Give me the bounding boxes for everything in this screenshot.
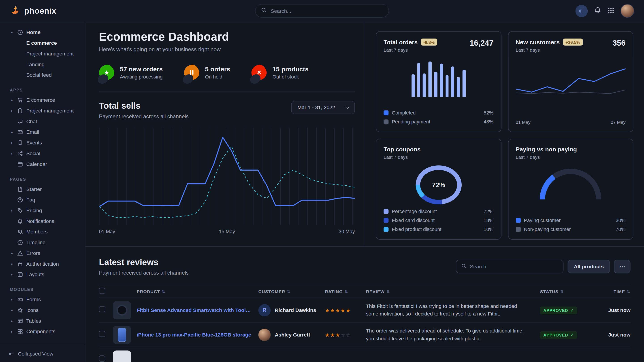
latest-reviews-section: Latest reviews Payment received across a… (86, 247, 644, 362)
notifications-button[interactable] (594, 6, 601, 15)
reviews-search-input[interactable] (470, 264, 558, 269)
collapse-icon: ⇤ (9, 350, 14, 357)
column-header-status[interactable]: STATUS⇅ (540, 289, 596, 294)
sidebar-item-tables[interactable]: ▸ Tables (0, 316, 85, 326)
sort-icon: ⇅ (560, 289, 564, 294)
sidebar-item-chat[interactable]: Chat (0, 116, 85, 127)
all-products-button[interactable]: All products (568, 260, 610, 274)
sidebar-item-starter[interactable]: Starter (0, 184, 85, 195)
column-header-review[interactable]: REVIEW⇅ (366, 289, 540, 294)
new-customers-value: 356 (612, 39, 626, 48)
legend-pending-payment: Pending payment 48% (384, 119, 494, 125)
total-sells-subtitle: Payment received across all channels (99, 113, 189, 120)
total-orders-badge: -6.8% (421, 39, 437, 46)
sidebar-item-errors[interactable]: ▸ Errors (0, 248, 85, 259)
sidebar-item-home[interactable]: ▾ Home (0, 27, 85, 38)
search-input[interactable] (271, 8, 383, 14)
app-viewport: phoenix ☾ ▾ Home E comme (0, 0, 644, 362)
product-thumbnail-smartwatch[interactable] (113, 301, 131, 319)
row-checkbox[interactable] (99, 331, 105, 337)
sidebar-item-icons[interactable]: ▸ Icons (0, 305, 85, 316)
components-icon (17, 329, 23, 335)
total-sells-x-axis: 01 May 15 May 30 May (99, 229, 355, 234)
more-options-button[interactable]: ⋯ (614, 260, 630, 274)
table-header-row: PRODUCT⇅ CUSTOMER⇅ RATING⇅ REVIEW⇅ STATU… (99, 285, 630, 298)
users-icon (17, 229, 23, 235)
table-row: iPhone 13 pro max-Pacific Blue-128GB sto… (99, 323, 630, 347)
sidebar-item-social-feed[interactable]: Social feed (0, 70, 85, 80)
caret-right-icon: ▸ (10, 151, 14, 155)
sidebar-item-components[interactable]: ▸ Components (0, 326, 85, 337)
product-thumbnail[interactable] (113, 350, 131, 362)
brand-logo[interactable]: phoenix (10, 5, 56, 17)
sort-icon: ⇅ (386, 289, 390, 294)
stat-on-hold: 5 orders On hold (184, 65, 230, 80)
question-icon (17, 197, 23, 203)
sidebar-item-faq[interactable]: Faq (0, 195, 85, 205)
page-subtitle: Here's what's going on at your business … (99, 46, 355, 52)
sidebar-item-calendar[interactable]: Calendar (0, 159, 85, 169)
select-all-checkbox[interactable] (99, 288, 105, 294)
column-header-time[interactable]: TIME⇅ (596, 289, 630, 294)
sidebar-item-notifications[interactable]: Notifications (0, 216, 85, 227)
bookmark-icon (17, 140, 23, 146)
sidebar-item-members[interactable]: Members (0, 227, 85, 237)
star-filled-icon: ★ (330, 332, 335, 338)
sidebar-item-authentication[interactable]: ▸ Authentication (0, 259, 85, 269)
star-filled-icon: ★ (325, 332, 330, 338)
caret-right-icon: ▸ (10, 208, 14, 212)
stat-out-of-stock: × 15 products Out of stock (252, 65, 308, 80)
sidebar-item-ecommerce[interactable]: ▸ E commerce (0, 95, 85, 105)
column-header-customer[interactable]: CUSTOMER⇅ (258, 289, 325, 294)
bell-icon (17, 218, 23, 224)
star-filled-icon: ★ (325, 307, 330, 314)
apps-grid-button[interactable] (608, 7, 614, 15)
form-input-icon (17, 297, 23, 303)
bell-icon (594, 6, 601, 15)
date-range-select[interactable]: Mar 1 - 31, 2022 (291, 101, 355, 114)
search-icon (461, 263, 466, 270)
legend-paying-customer: Paying customer 30% (516, 218, 626, 223)
table-row-partial (99, 347, 630, 362)
row-checkbox[interactable] (99, 356, 105, 362)
stat-new-orders: ★ 57 new orders Awating processing (99, 65, 163, 80)
column-header-product[interactable]: PRODUCT⇅ (137, 289, 258, 294)
sidebar-item-project-management-dashboard[interactable]: Project management (0, 48, 85, 59)
user-avatar[interactable] (620, 4, 634, 18)
clipboard-icon (17, 108, 23, 114)
reviews-search[interactable] (456, 260, 564, 274)
product-link[interactable]: iPhone 13 pro max-Pacific Blue-128GB sto… (137, 332, 258, 338)
calendar-icon (17, 161, 23, 167)
sidebar-item-forms[interactable]: ▸ Forms (0, 294, 85, 305)
star-filled-icon: ★ (330, 307, 335, 314)
sidebar-item-email[interactable]: ▸ Email (0, 127, 85, 137)
sidebar-item-pricing[interactable]: ▸ Pricing (0, 205, 85, 216)
product-link[interactable]: Fitbit Sense Advanced Smartwatch with To… (137, 307, 258, 313)
sort-icon: ⇅ (287, 289, 291, 294)
page-title: Ecommerce Dashboard (99, 30, 355, 44)
collapsed-view-toggle[interactable]: ⇤ Collapsed View (0, 345, 85, 362)
sidebar-section-modules: MODULES (0, 280, 85, 294)
table-icon (17, 318, 23, 324)
dark-mode-toggle[interactable]: ☾ (576, 5, 588, 17)
top-navbar: phoenix ☾ (0, 0, 644, 22)
check-icon: ✓ (570, 308, 574, 313)
sidebar-item-timeline[interactable]: Timeline (0, 237, 85, 248)
row-checkbox[interactable] (99, 306, 105, 312)
sidebar-item-project-management[interactable]: ▸ Project management (0, 105, 85, 116)
sidebar-item-ecommerce-dashboard[interactable]: E commerce (0, 38, 85, 48)
total-orders-bars (412, 59, 466, 97)
caret-right-icon: ▸ (10, 251, 14, 255)
global-search[interactable] (255, 4, 389, 18)
product-thumbnail-iphone[interactable] (113, 326, 131, 344)
sidebar-item-social[interactable]: ▸ Social (0, 148, 85, 159)
sidebar-item-events[interactable]: ▸ Events (0, 137, 85, 148)
rating-stars: ★★★☆☆ (325, 331, 366, 338)
sidebar-item-layouts[interactable]: ▸ Layouts (0, 269, 85, 280)
sidebar-item-landing[interactable]: Landing (0, 59, 85, 70)
sort-icon: ⇅ (162, 289, 166, 294)
reviews-table: PRODUCT⇅ CUSTOMER⇅ RATING⇅ REVIEW⇅ STATU… (99, 285, 630, 362)
caret-right-icon: ▸ (10, 109, 14, 113)
legend-percentage-discount: Percentage discount 72% (384, 208, 494, 214)
column-header-rating[interactable]: RATING⇅ (325, 289, 366, 294)
